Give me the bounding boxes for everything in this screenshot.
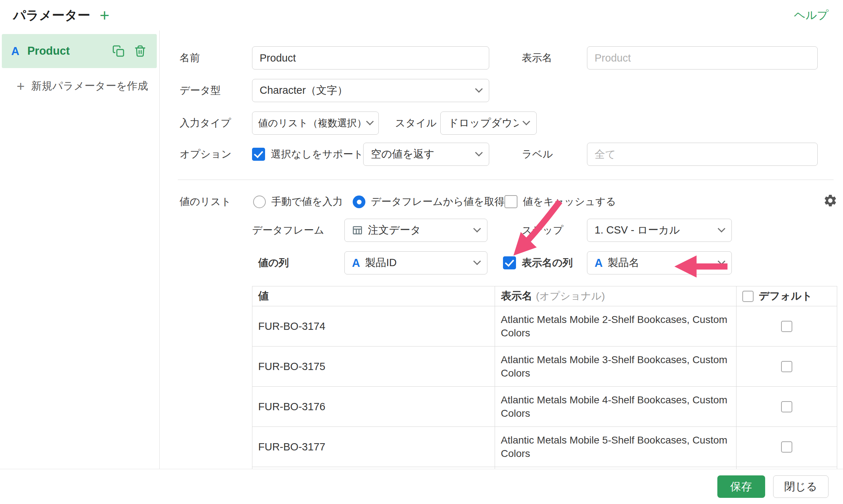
character-type-icon: A [352, 257, 360, 269]
table-header-row: 値 表示名 (オプショナル) デフォルト [252, 286, 837, 306]
default-checkbox[interactable] [781, 441, 792, 453]
value-cell: FUR-BO-3177 [252, 427, 495, 467]
dataframe-label: データフレーム [252, 224, 324, 237]
support-none-checkbox[interactable] [252, 148, 265, 161]
cache-values-checkbox[interactable] [504, 195, 517, 208]
display-column-select[interactable]: A 製品名 [587, 251, 732, 274]
values-list-label: 値のリスト [180, 195, 231, 208]
display-cell: Atlantic Metals Mobile 4-Shelf Bookcases… [495, 387, 737, 427]
chevron-down-icon [366, 118, 374, 125]
display-column-checkbox[interactable] [503, 256, 516, 269]
table-row: FUR-BO-3177 Atlantic Metals Mobile 5-She… [252, 427, 837, 467]
dialog-footer: 保存 閉じる [0, 469, 843, 504]
display-cell: Atlantic Metals Mobile 3-Shelf Bookcases… [495, 346, 737, 386]
input-type-label: 入力タイプ [180, 117, 231, 130]
value-cell: FUR-BO-3174 [252, 306, 495, 346]
page-title: パラメーター [13, 7, 90, 24]
parameter-name: Product [27, 45, 70, 58]
save-button[interactable]: 保存 [717, 475, 765, 498]
values-table: 値 表示名 (オプショナル) デフォルト FUR-BO-3174 Atlanti… [252, 286, 837, 469]
support-none-label: 選択なしをサポート [271, 148, 364, 161]
default-cell [737, 306, 837, 346]
chevron-down-icon [718, 225, 725, 232]
character-type-icon: A [11, 46, 19, 57]
dataframe-values-label: データフレームから値を取得 [371, 195, 504, 208]
optional-note: (オプショナル) [536, 289, 605, 303]
parameter-sidebar: A Product + 新規パラメーターを作成 [0, 30, 160, 469]
table-row: FUR-BO-3176 Atlantic Metals Mobile 4-She… [252, 387, 837, 427]
dialog-body: A Product + 新規パラメーターを作成 名前 [0, 30, 843, 469]
default-cell [737, 387, 837, 427]
close-button[interactable]: 閉じる [773, 475, 829, 498]
data-type-label: データ型 [180, 84, 221, 97]
add-parameter-button[interactable]: + [100, 7, 109, 24]
display-column-label: 表示名の列 [522, 256, 573, 269]
empty-value-select[interactable]: 空の値を返す [363, 143, 489, 166]
display-column-header: 表示名 (オプショナル) [495, 286, 737, 306]
label-input[interactable] [587, 143, 818, 166]
chevron-down-icon [473, 257, 481, 265]
value-column-label: 値の列 [258, 256, 289, 269]
trash-icon [134, 45, 146, 57]
style-select[interactable]: ドロップダウン [440, 112, 537, 135]
step-select[interactable]: 1. CSV - ローカル [587, 219, 732, 242]
data-type-select[interactable]: Character（文字） [252, 79, 489, 102]
value-column-header: 値 [252, 286, 495, 306]
table-grid-icon [352, 225, 363, 236]
character-type-icon: A [595, 257, 603, 269]
label-field-label: ラベル [522, 148, 553, 161]
display-name-input[interactable] [587, 46, 818, 70]
create-parameter-label: 新規パラメーターを作成 [31, 79, 148, 93]
value-cell: FUR-BO-3175 [252, 346, 495, 386]
manual-values-radio[interactable] [253, 196, 266, 208]
table-row: FUR-BO-3174 Atlantic Metals Mobile 2-She… [252, 306, 837, 346]
name-label: 名前 [180, 51, 200, 64]
display-cell: Atlantic Metals Mobile 5-Shelf Bookcases… [495, 427, 737, 467]
name-input[interactable] [252, 46, 489, 70]
sidebar-item-product[interactable]: A Product [2, 34, 157, 68]
default-cell [737, 427, 837, 467]
chevron-down-icon [475, 85, 483, 93]
table-row-partial [252, 467, 837, 469]
delete-parameter-button[interactable] [133, 44, 147, 58]
chevron-down-icon [718, 257, 725, 265]
chevron-down-icon [523, 118, 530, 125]
parameter-actions [111, 44, 147, 58]
copy-icon [112, 45, 125, 57]
chevron-down-icon [473, 225, 481, 232]
dataframe-values-radio[interactable] [353, 196, 365, 208]
step-label: ステップ [522, 224, 563, 237]
options-label: オプション [180, 148, 231, 161]
default-checkbox[interactable] [781, 361, 792, 372]
default-checkbox[interactable] [781, 401, 792, 412]
default-cell [737, 346, 837, 386]
manual-values-label: 手動で値を入力 [271, 195, 343, 208]
duplicate-parameter-button[interactable] [111, 44, 126, 58]
table-row: FUR-BO-3175 Atlantic Metals Mobile 3-She… [252, 346, 837, 387]
chevron-down-icon [475, 149, 483, 156]
cache-values-label: 値をキャッシュする [523, 195, 616, 208]
value-cell: FUR-BO-3176 [252, 387, 495, 427]
display-name-label: 表示名 [522, 51, 552, 64]
help-link[interactable]: ヘルプ [794, 8, 829, 23]
dialog-header: パラメーター + ヘルプ [0, 0, 843, 30]
input-type-select[interactable]: 値のリスト（複数選択） [252, 112, 379, 135]
dataframe-select[interactable]: 注文データ [344, 219, 487, 242]
default-all-checkbox[interactable] [742, 291, 754, 302]
style-label: スタイル [395, 117, 437, 130]
create-parameter-button[interactable]: + 新規パラメーターを作成 [17, 79, 148, 93]
display-cell: Atlantic Metals Mobile 2-Shelf Bookcases… [495, 306, 737, 346]
value-column-select[interactable]: A 製品ID [344, 251, 487, 274]
settings-gear-icon[interactable] [823, 193, 838, 209]
default-column-header: デフォルト [737, 286, 837, 306]
section-divider [178, 180, 834, 180]
parameter-form: 名前 表示名 データ型 Character（文字） 入力タイプ 値のリスト（複数… [160, 30, 843, 469]
parameter-dialog: パラメーター + ヘルプ A Product + 新規パラメーター [0, 0, 843, 504]
default-checkbox[interactable] [781, 321, 792, 332]
plus-icon: + [17, 79, 25, 93]
